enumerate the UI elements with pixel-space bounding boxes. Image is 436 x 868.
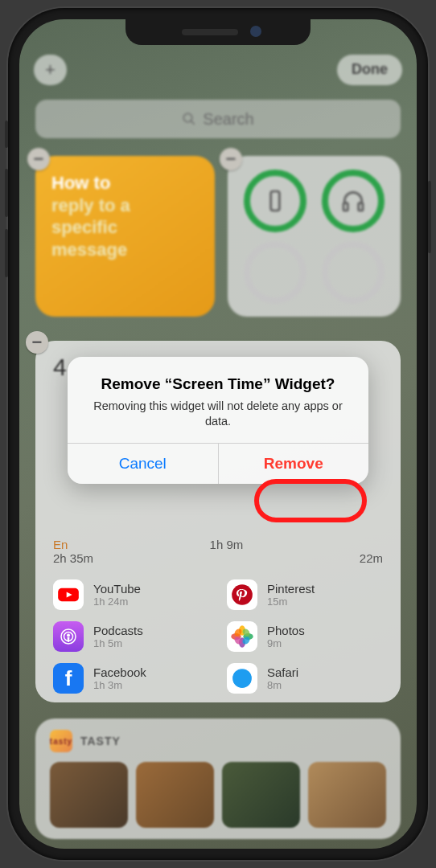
notes-line: How to — [51, 172, 199, 194]
screen: + Done Search − How to reply to a specif… — [19, 19, 417, 849]
youtube-icon — [53, 579, 84, 610]
usage-value: 1h 9m — [210, 538, 244, 565]
notch — [125, 19, 311, 45]
phone-icon — [262, 188, 288, 214]
edit-toolbar: + Done — [19, 55, 417, 85]
pinterest-icon — [227, 579, 257, 610]
search-icon — [182, 112, 196, 126]
usage-value: 22m — [360, 551, 383, 565]
battery-ring-empty — [244, 241, 306, 304]
svg-point-9 — [67, 634, 70, 637]
notes-line: message — [51, 239, 199, 261]
app-name: Photos — [267, 624, 305, 637]
app-name: Pinterest — [267, 582, 315, 596]
notes-line: specific — [51, 216, 199, 239]
remove-widget-badge[interactable]: − — [220, 148, 242, 170]
alert-title: Remove “Screen Time” Widget? — [82, 375, 354, 394]
recipe-tile[interactable] — [136, 762, 214, 828]
photos-icon — [227, 621, 257, 652]
app-row-safari: Safari8m — [227, 663, 383, 694]
recipe-tile[interactable] — [222, 762, 300, 828]
tasty-widget[interactable]: tasty TASTY — [35, 719, 401, 839]
notes-line: reply to a — [51, 194, 199, 217]
notes-widget[interactable]: − How to reply to a specific message — [35, 156, 215, 317]
remove-widget-badge[interactable]: − — [27, 148, 50, 170]
usage-row: En2h 35m 1h 9m .22m — [53, 538, 383, 565]
volume-up-button — [5, 169, 8, 217]
cancel-button[interactable]: Cancel — [68, 444, 219, 484]
remove-widget-alert: Remove “Screen Time” Widget? Removing th… — [68, 357, 368, 484]
usage-value: 2h 35m — [53, 551, 93, 565]
svg-rect-2 — [271, 191, 280, 211]
phone-frame: + Done Search − How to reply to a specif… — [8, 8, 428, 860]
app-name: Podcasts — [93, 624, 143, 637]
app-time: 15m — [267, 596, 315, 608]
power-button — [428, 181, 431, 253]
search-input[interactable]: Search — [35, 100, 401, 138]
svg-line-1 — [191, 121, 195, 125]
app-name: Safari — [267, 665, 298, 679]
battery-ring-phone — [244, 170, 306, 232]
app-time: 1h 24m — [93, 596, 141, 608]
tasty-tiles — [50, 762, 386, 828]
tasty-app-icon: tasty — [50, 730, 72, 752]
apps-grid: YouTube1h 24m Pinterest15m Podcasts1h 5m — [53, 579, 383, 694]
usage-category-label: En — [53, 538, 68, 551]
tasty-label: TASTY — [80, 735, 121, 747]
search-placeholder: Search — [203, 110, 253, 129]
alert-message: Removing this widget will not delete any… — [82, 399, 354, 429]
app-time: 8m — [267, 679, 298, 691]
widget-row: − How to reply to a specific message − — [35, 156, 401, 317]
batteries-widget[interactable]: − — [228, 156, 401, 317]
app-row-pinterest: Pinterest15m — [227, 579, 383, 610]
done-button[interactable]: Done — [337, 55, 402, 85]
volume-down-button — [5, 229, 8, 277]
svg-rect-4 — [358, 203, 362, 210]
recipe-tile[interactable] — [308, 762, 386, 828]
svg-point-6 — [232, 584, 253, 605]
app-row-facebook: f Facebook1h 3m — [53, 663, 209, 694]
remove-button[interactable]: Remove — [219, 444, 369, 484]
mute-switch — [5, 121, 8, 148]
safari-icon — [227, 663, 257, 694]
app-time: 1h 5m — [93, 637, 143, 649]
recipe-tile[interactable] — [50, 762, 128, 828]
app-name: Facebook — [93, 665, 146, 679]
app-row-photos: Photos9m — [227, 621, 383, 652]
svg-point-0 — [184, 113, 193, 122]
headphones-icon — [340, 188, 366, 214]
facebook-icon: f — [53, 663, 84, 694]
battery-ring-empty — [322, 241, 385, 304]
battery-ring-headphones — [322, 170, 385, 232]
svg-rect-3 — [343, 203, 348, 210]
app-time: 9m — [267, 637, 305, 649]
app-time: 1h 3m — [93, 679, 146, 691]
add-widget-button[interactable]: + — [34, 55, 67, 85]
app-name: YouTube — [93, 582, 141, 596]
app-row-youtube: YouTube1h 24m — [53, 579, 209, 610]
podcasts-icon — [53, 621, 84, 652]
app-row-podcasts: Podcasts1h 5m — [53, 621, 209, 652]
